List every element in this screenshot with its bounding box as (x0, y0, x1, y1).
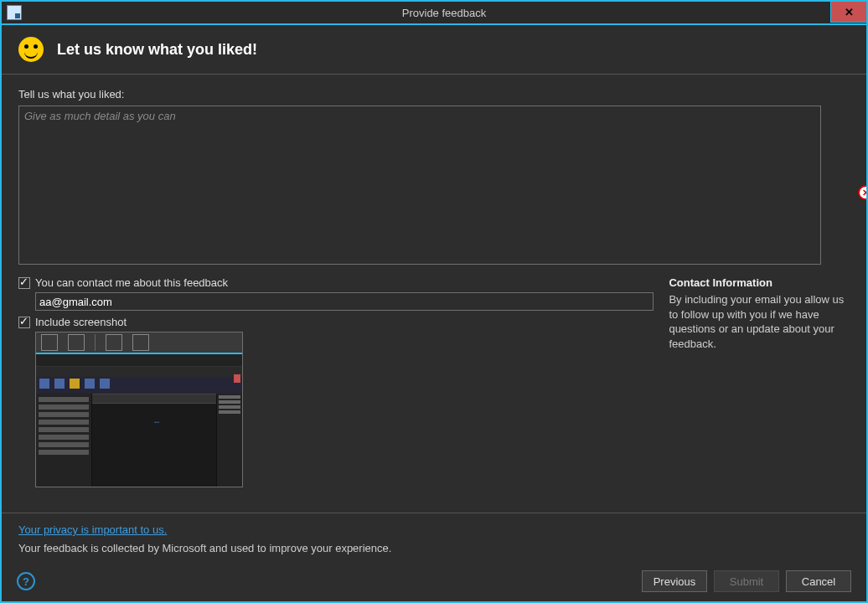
contact-checkbox-row: You can contact me about this feedback (18, 276, 659, 289)
email-input[interactable] (35, 292, 654, 311)
thumb-tool-refresh-icon[interactable] (68, 334, 85, 351)
error-icon (858, 185, 866, 200)
body: Tell us what you liked: You can contact … (2, 75, 866, 513)
feedback-textarea[interactable] (18, 106, 821, 265)
privacy-link[interactable]: Your privacy is important to us. (18, 523, 167, 536)
feedback-wrap (18, 106, 850, 268)
cancel-button[interactable]: Cancel (786, 570, 851, 592)
window-title: Provide feedback (22, 7, 866, 19)
screenshot-checkbox-row: Include screenshot (18, 316, 659, 328)
contact-info-panel: Contact Information By including your em… (669, 276, 850, 351)
screenshot-thumbnail[interactable]: ••• (35, 332, 243, 487)
submit-button[interactable]: Submit (714, 570, 779, 592)
screenshot-label: Include screenshot (35, 316, 127, 328)
thumb-tool-copy-icon[interactable] (106, 334, 122, 351)
thumb-tool-save-icon[interactable] (132, 334, 149, 351)
contact-info-heading: Contact Information (669, 276, 772, 289)
thumb-divider (95, 334, 96, 351)
previous-button[interactable]: Previous (642, 570, 707, 592)
titlebar: Provide feedback ✕ (2, 2, 866, 25)
contact-label: You can contact me about this feedback (35, 276, 228, 289)
thumb-tool-home-icon[interactable] (41, 334, 58, 351)
privacy-section: Your privacy is important to us. Your fe… (2, 513, 866, 561)
contact-info-text: By including your email you allow us to … (669, 292, 850, 351)
header: Let us know what you liked! (2, 25, 866, 75)
feedback-window: Provide feedback ✕ Let us know what you … (0, 0, 868, 603)
privacy-line: Your feedback is collected by Microsoft … (18, 542, 850, 554)
thumb-toolbar (36, 332, 242, 353)
footer: ? Previous Submit Cancel (2, 561, 866, 601)
smile-icon (18, 37, 44, 62)
help-icon[interactable]: ? (17, 572, 35, 590)
feedback-label: Tell us what you liked: (18, 88, 850, 100)
app-icon (7, 5, 22, 20)
contact-checkbox[interactable] (18, 277, 30, 289)
thumb-preview: ••• (36, 353, 242, 487)
screenshot-checkbox[interactable] (18, 317, 30, 328)
header-title: Let us know what you liked! (57, 41, 257, 59)
close-button[interactable]: ✕ (830, 2, 866, 23)
